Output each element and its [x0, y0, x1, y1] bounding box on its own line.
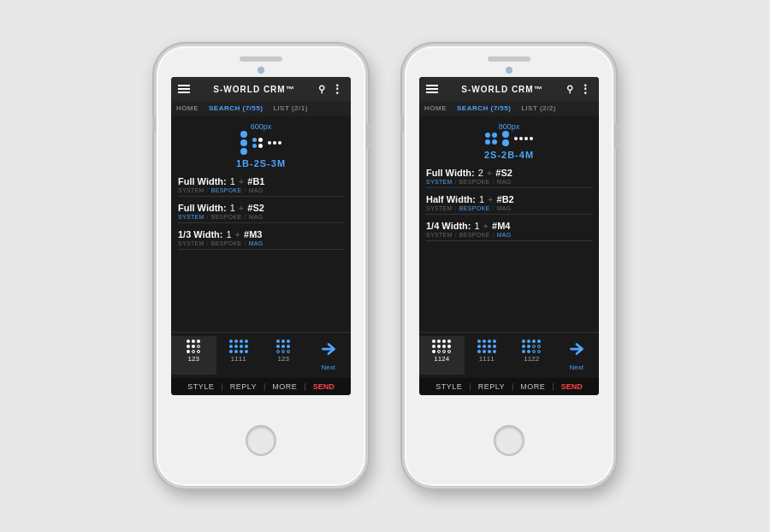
nav-search[interactable]: SEARCH (7/55) [457, 104, 511, 112]
link-mag[interactable]: MAG [249, 240, 264, 246]
link-bespoke[interactable]: BESPOKE [459, 232, 490, 238]
top-bar: S-WORLD CRM™⚲⋮ [171, 77, 351, 101]
layout-code: 2S-2B-4M [426, 150, 592, 160]
toolbar-btn-2[interactable]: 123 [261, 336, 306, 375]
link-bespoke[interactable]: BESPOKE [211, 240, 242, 246]
toolbar-btn-label: Next [570, 364, 583, 371]
nav-list[interactable]: LIST (2/2) [521, 104, 555, 112]
width-row-1: Full Width:1+#S2SYSTEM/BESPOKE/MAG [178, 200, 344, 223]
action-reply[interactable]: REPLY [478, 382, 505, 391]
link-separator: / [207, 214, 209, 220]
link-mag[interactable]: MAG [497, 179, 512, 185]
toolbar-btn-0[interactable]: 1124 [419, 336, 465, 375]
next-arrow-icon [567, 340, 586, 362]
nav-home[interactable]: HOME [424, 104, 447, 112]
toolbar-dot-pattern [522, 340, 541, 353]
action-more[interactable]: MORE [520, 382, 545, 391]
width-label: Half Width: [426, 194, 476, 204]
width-hash: #B1 [247, 176, 264, 186]
toolbar-dot-pattern [229, 340, 248, 353]
home-button[interactable] [494, 425, 524, 456]
link-bespoke[interactable]: BESPOKE [211, 187, 242, 193]
hamburger-icon[interactable] [178, 85, 190, 93]
screen: S-WORLD CRM™⚲⋮HOME SEARCH (7/55) LIST (2… [419, 77, 599, 395]
search-icon[interactable]: ⚲ [566, 84, 574, 95]
link-mag[interactable]: MAG [497, 232, 512, 238]
link-bespoke[interactable]: BESPOKE [459, 179, 490, 185]
link-separator: / [455, 179, 457, 185]
nav-list[interactable]: LIST (2/1) [273, 104, 307, 112]
volume-button [152, 115, 156, 132]
bottom-toolbar: 1231111123Next [171, 332, 351, 378]
phone-2: S-WORLD CRM™⚲⋮HOME SEARCH (7/55) LIST (2… [402, 44, 616, 488]
search-icon[interactable]: ⚲ [318, 84, 326, 95]
link-system[interactable]: SYSTEM [178, 187, 204, 193]
toolbar-btn-1[interactable]: 1111 [216, 336, 262, 375]
link-system[interactable]: SYSTEM [178, 214, 204, 220]
sub-links: SYSTEM/BESPOKE/MAG [178, 214, 344, 220]
width-num: 1 [230, 203, 235, 213]
action-style[interactable]: STYLE [187, 382, 214, 391]
link-separator: / [492, 205, 494, 211]
action-reply[interactable]: REPLY [230, 382, 257, 391]
action-send[interactable]: SEND [561, 382, 583, 391]
width-num: 1 [479, 194, 484, 204]
link-mag[interactable]: MAG [249, 214, 264, 220]
speaker [488, 56, 530, 62]
more-icon[interactable]: ⋮ [579, 82, 592, 96]
link-mag[interactable]: MAG [497, 205, 512, 211]
action-more[interactable]: MORE [272, 382, 297, 391]
px-label: 600px [178, 122, 344, 131]
link-system[interactable]: SYSTEM [178, 240, 204, 246]
toolbar-btn-label: 1122 [524, 355, 539, 363]
px-label: 800px [426, 122, 592, 131]
width-hash: #S2 [495, 168, 512, 178]
main-content: 800px2S-2B-4MFull Width:2+#S2SYSTEM/BESP… [419, 115, 599, 332]
link-system[interactable]: SYSTEM [426, 232, 453, 238]
width-label: Full Width: [426, 168, 475, 178]
action-separator: | [469, 382, 471, 391]
phone-top [157, 46, 365, 77]
nav-search[interactable]: SEARCH (7/55) [209, 104, 263, 112]
more-icon[interactable]: ⋮ [331, 82, 344, 96]
width-row-2: 1/4 Width:1+#M4SYSTEM/BESPOKE/MAG [426, 218, 592, 241]
toolbar-btn-label: 1111 [231, 355, 246, 363]
toolbar-btn-3[interactable]: Next [306, 336, 352, 375]
top-bar-icons: ⚲⋮ [318, 82, 344, 96]
link-system[interactable]: SYSTEM [426, 205, 453, 211]
toolbar-btn-2[interactable]: 1122 [509, 336, 554, 375]
link-separator: / [244, 214, 246, 220]
link-mag[interactable]: MAG [249, 187, 264, 193]
power-button [366, 123, 370, 149]
speaker [240, 56, 282, 62]
link-separator: / [492, 232, 494, 238]
toolbar-btn-0[interactable]: 123 [171, 336, 216, 375]
toolbar-btn-3[interactable]: Next [554, 336, 600, 375]
width-plus: + [239, 176, 244, 186]
home-button[interactable] [246, 425, 276, 456]
action-separator-final: | [552, 382, 554, 391]
action-style[interactable]: STYLE [435, 382, 462, 391]
width-label: Full Width: [178, 176, 227, 186]
link-separator: / [244, 187, 246, 193]
toolbar-btn-label: 1124 [434, 355, 449, 363]
link-separator: / [492, 179, 494, 185]
action-separator: | [512, 382, 513, 391]
link-bespoke[interactable]: BESPOKE [211, 214, 242, 220]
app-title: S-WORLD CRM™ [461, 85, 542, 94]
layout-dots [426, 131, 592, 146]
width-plus: + [483, 221, 489, 231]
action-send[interactable]: SEND [313, 382, 335, 391]
width-num: 1 [230, 176, 235, 186]
link-system[interactable]: SYSTEM [426, 179, 453, 185]
nav-bar: HOME SEARCH (7/55) LIST (2/1) [171, 101, 351, 115]
width-label: 1/3 Width: [178, 229, 222, 239]
hamburger-icon[interactable] [426, 85, 438, 93]
width-row-0: Full Width:2+#S2SYSTEM/BESPOKE/MAG [426, 165, 592, 188]
toolbar-btn-1[interactable]: 1111 [465, 336, 510, 375]
app-title: S-WORLD CRM™ [213, 85, 294, 94]
main-content: 600px1B-2S-3MFull Width:1+#B1SYSTEM/BESP… [171, 115, 351, 332]
link-bespoke[interactable]: BESPOKE [459, 205, 490, 211]
link-separator: / [207, 240, 209, 246]
nav-home[interactable]: HOME [176, 104, 198, 112]
